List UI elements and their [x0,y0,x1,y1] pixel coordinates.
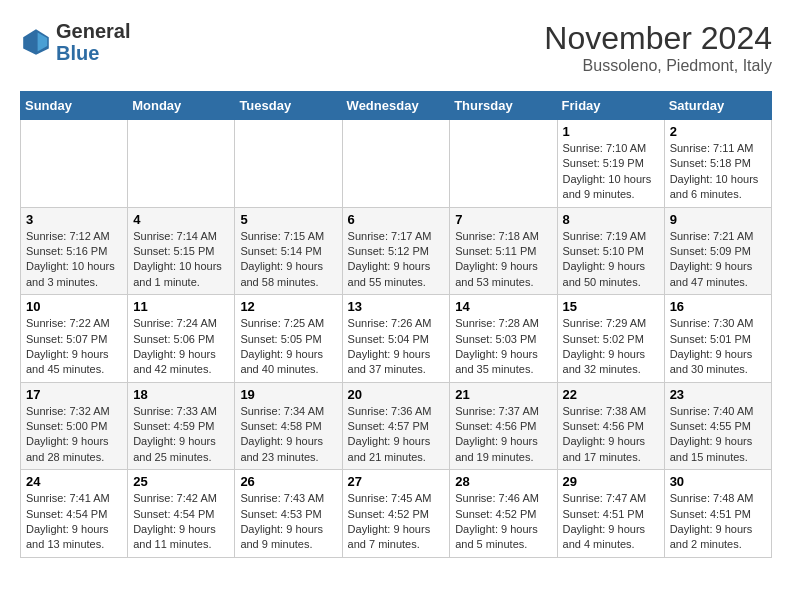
day-info: Sunrise: 7:34 AM Sunset: 4:58 PM Dayligh… [240,404,336,466]
day-info: Sunrise: 7:28 AM Sunset: 5:03 PM Dayligh… [455,316,551,378]
calendar-cell: 19Sunrise: 7:34 AM Sunset: 4:58 PM Dayli… [235,382,342,470]
day-info: Sunrise: 7:40 AM Sunset: 4:55 PM Dayligh… [670,404,766,466]
day-info: Sunrise: 7:24 AM Sunset: 5:06 PM Dayligh… [133,316,229,378]
day-number: 13 [348,299,445,314]
day-number: 6 [348,212,445,227]
calendar-cell: 21Sunrise: 7:37 AM Sunset: 4:56 PM Dayli… [450,382,557,470]
day-info: Sunrise: 7:19 AM Sunset: 5:10 PM Dayligh… [563,229,659,291]
day-number: 1 [563,124,659,139]
day-number: 2 [670,124,766,139]
day-info: Sunrise: 7:45 AM Sunset: 4:52 PM Dayligh… [348,491,445,553]
logo-icon [20,26,52,58]
calendar-cell: 18Sunrise: 7:33 AM Sunset: 4:59 PM Dayli… [128,382,235,470]
day-number: 3 [26,212,122,227]
calendar-cell: 25Sunrise: 7:42 AM Sunset: 4:54 PM Dayli… [128,470,235,558]
day-number: 16 [670,299,766,314]
calendar-cell [128,120,235,208]
calendar-cell: 10Sunrise: 7:22 AM Sunset: 5:07 PM Dayli… [21,295,128,383]
col-header-thursday: Thursday [450,92,557,120]
day-info: Sunrise: 7:26 AM Sunset: 5:04 PM Dayligh… [348,316,445,378]
day-number: 20 [348,387,445,402]
calendar-cell: 6Sunrise: 7:17 AM Sunset: 5:12 PM Daylig… [342,207,450,295]
location: Bussoleno, Piedmont, Italy [544,57,772,75]
calendar-cell: 24Sunrise: 7:41 AM Sunset: 4:54 PM Dayli… [21,470,128,558]
day-info: Sunrise: 7:18 AM Sunset: 5:11 PM Dayligh… [455,229,551,291]
day-info: Sunrise: 7:32 AM Sunset: 5:00 PM Dayligh… [26,404,122,466]
day-info: Sunrise: 7:29 AM Sunset: 5:02 PM Dayligh… [563,316,659,378]
title-block: November 2024 Bussoleno, Piedmont, Italy [544,20,772,75]
calendar-cell: 5Sunrise: 7:15 AM Sunset: 5:14 PM Daylig… [235,207,342,295]
calendar-cell [342,120,450,208]
day-number: 18 [133,387,229,402]
col-header-wednesday: Wednesday [342,92,450,120]
day-number: 12 [240,299,336,314]
day-number: 4 [133,212,229,227]
day-number: 5 [240,212,336,227]
day-number: 19 [240,387,336,402]
month-year: November 2024 [544,20,772,57]
day-number: 26 [240,474,336,489]
day-number: 9 [670,212,766,227]
day-info: Sunrise: 7:22 AM Sunset: 5:07 PM Dayligh… [26,316,122,378]
calendar-cell: 15Sunrise: 7:29 AM Sunset: 5:02 PM Dayli… [557,295,664,383]
logo-blue: Blue [56,42,130,64]
day-info: Sunrise: 7:42 AM Sunset: 4:54 PM Dayligh… [133,491,229,553]
calendar-cell: 28Sunrise: 7:46 AM Sunset: 4:52 PM Dayli… [450,470,557,558]
day-info: Sunrise: 7:33 AM Sunset: 4:59 PM Dayligh… [133,404,229,466]
logo-general: General [56,20,130,42]
day-number: 22 [563,387,659,402]
calendar-cell [450,120,557,208]
day-number: 24 [26,474,122,489]
calendar-cell: 2Sunrise: 7:11 AM Sunset: 5:18 PM Daylig… [664,120,771,208]
day-number: 17 [26,387,122,402]
day-number: 23 [670,387,766,402]
day-info: Sunrise: 7:41 AM Sunset: 4:54 PM Dayligh… [26,491,122,553]
calendar-cell: 26Sunrise: 7:43 AM Sunset: 4:53 PM Dayli… [235,470,342,558]
calendar-cell: 23Sunrise: 7:40 AM Sunset: 4:55 PM Dayli… [664,382,771,470]
day-info: Sunrise: 7:11 AM Sunset: 5:18 PM Dayligh… [670,141,766,203]
day-info: Sunrise: 7:36 AM Sunset: 4:57 PM Dayligh… [348,404,445,466]
day-info: Sunrise: 7:25 AM Sunset: 5:05 PM Dayligh… [240,316,336,378]
calendar-cell: 30Sunrise: 7:48 AM Sunset: 4:51 PM Dayli… [664,470,771,558]
calendar-cell: 8Sunrise: 7:19 AM Sunset: 5:10 PM Daylig… [557,207,664,295]
calendar-cell [235,120,342,208]
day-info: Sunrise: 7:30 AM Sunset: 5:01 PM Dayligh… [670,316,766,378]
day-info: Sunrise: 7:47 AM Sunset: 4:51 PM Dayligh… [563,491,659,553]
day-number: 28 [455,474,551,489]
day-info: Sunrise: 7:37 AM Sunset: 4:56 PM Dayligh… [455,404,551,466]
calendar-cell [21,120,128,208]
day-number: 8 [563,212,659,227]
calendar-cell: 3Sunrise: 7:12 AM Sunset: 5:16 PM Daylig… [21,207,128,295]
day-info: Sunrise: 7:21 AM Sunset: 5:09 PM Dayligh… [670,229,766,291]
calendar-cell: 17Sunrise: 7:32 AM Sunset: 5:00 PM Dayli… [21,382,128,470]
day-number: 11 [133,299,229,314]
day-info: Sunrise: 7:10 AM Sunset: 5:19 PM Dayligh… [563,141,659,203]
calendar-cell: 29Sunrise: 7:47 AM Sunset: 4:51 PM Dayli… [557,470,664,558]
calendar-cell: 1Sunrise: 7:10 AM Sunset: 5:19 PM Daylig… [557,120,664,208]
day-info: Sunrise: 7:12 AM Sunset: 5:16 PM Dayligh… [26,229,122,291]
col-header-sunday: Sunday [21,92,128,120]
day-info: Sunrise: 7:38 AM Sunset: 4:56 PM Dayligh… [563,404,659,466]
day-info: Sunrise: 7:48 AM Sunset: 4:51 PM Dayligh… [670,491,766,553]
calendar-cell: 9Sunrise: 7:21 AM Sunset: 5:09 PM Daylig… [664,207,771,295]
day-number: 30 [670,474,766,489]
logo: General Blue [20,20,130,64]
calendar-cell: 22Sunrise: 7:38 AM Sunset: 4:56 PM Dayli… [557,382,664,470]
day-number: 14 [455,299,551,314]
page-header: General Blue November 2024 Bussoleno, Pi… [20,20,772,75]
day-info: Sunrise: 7:14 AM Sunset: 5:15 PM Dayligh… [133,229,229,291]
day-number: 27 [348,474,445,489]
day-number: 7 [455,212,551,227]
day-info: Sunrise: 7:46 AM Sunset: 4:52 PM Dayligh… [455,491,551,553]
col-header-monday: Monday [128,92,235,120]
col-header-friday: Friday [557,92,664,120]
calendar-cell: 14Sunrise: 7:28 AM Sunset: 5:03 PM Dayli… [450,295,557,383]
calendar-cell: 20Sunrise: 7:36 AM Sunset: 4:57 PM Dayli… [342,382,450,470]
calendar-cell: 7Sunrise: 7:18 AM Sunset: 5:11 PM Daylig… [450,207,557,295]
day-number: 25 [133,474,229,489]
calendar-cell: 13Sunrise: 7:26 AM Sunset: 5:04 PM Dayli… [342,295,450,383]
day-info: Sunrise: 7:17 AM Sunset: 5:12 PM Dayligh… [348,229,445,291]
col-header-tuesday: Tuesday [235,92,342,120]
col-header-saturday: Saturday [664,92,771,120]
day-number: 29 [563,474,659,489]
